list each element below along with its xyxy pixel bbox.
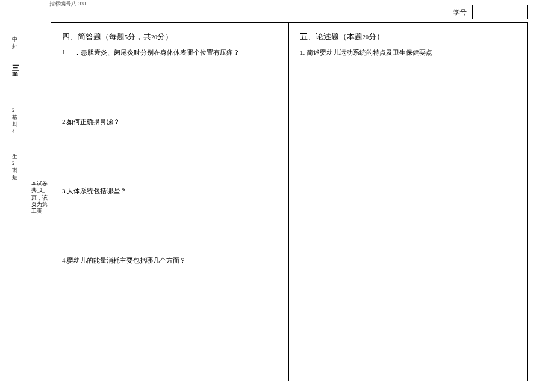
question-4-3: 3.人体系统包括哪些？ bbox=[62, 187, 279, 196]
lm-char: 魅 bbox=[12, 175, 24, 182]
page-note-pre: 共 bbox=[31, 187, 37, 193]
question-5-1: 1. 简述婴幼儿运动系统的特点及卫生保健要点 bbox=[300, 48, 517, 57]
student-id-box: 学号 bbox=[447, 5, 528, 19]
question-4-4: 4.婴幼儿的能量消耗主要包括哪几个方面？ bbox=[62, 256, 279, 265]
page-note-num: _2_ bbox=[37, 187, 45, 193]
lm-char: 卦 bbox=[12, 43, 24, 51]
lm-char: 慕 bbox=[12, 114, 24, 122]
q-text: 4.婴幼儿的能量消耗主要包括哪几个方面？ bbox=[62, 256, 186, 265]
q-text: ．患胆囊炎、阑尾炎时分别在身体体表哪个位置有压痛？ bbox=[74, 48, 240, 57]
sec4-end: 分） bbox=[157, 32, 173, 41]
q-text: 1. 简述婴幼儿运动系统的特点及卫生保健要点 bbox=[300, 48, 432, 57]
sec4-mid: 分，共 bbox=[128, 32, 151, 41]
lm-block-3: ― 2 慕 划 4 bbox=[12, 100, 24, 135]
section-5-title: 五、论述题（本题20分） bbox=[300, 31, 517, 42]
sec5-title-text: 五、论述题（本题 bbox=[300, 32, 363, 41]
lm-char: 2 bbox=[12, 160, 24, 167]
sec4-title-text: 四、简答题（每题 bbox=[62, 32, 125, 41]
column-right: 五、论述题（本题20分） 1. 简述婴幼儿运动系统的特点及卫生保健要点 bbox=[289, 23, 527, 381]
page-note: 本试卷 共_2_ 页，该 页为第 工页 bbox=[31, 181, 48, 214]
lm-char: 划 bbox=[12, 121, 24, 128]
q-text: 3.人体系统包括哪些？ bbox=[62, 187, 126, 196]
lm-block-bars: 三 m bbox=[12, 66, 24, 76]
student-id-value[interactable] bbox=[473, 5, 527, 19]
question-4-2: 2.如何正确擤鼻涕？ bbox=[62, 117, 279, 126]
q-text: 2.如何正确擤鼻涕？ bbox=[62, 117, 120, 126]
sec4-total: 20 bbox=[151, 34, 157, 40]
student-id-label: 学号 bbox=[447, 5, 473, 19]
sec5-end: 分） bbox=[369, 32, 384, 41]
section-4-title: 四、简答题（每题5分，共20分） bbox=[62, 31, 279, 42]
page-note-line: 页为第 bbox=[31, 201, 48, 207]
q-number: 1 bbox=[62, 48, 66, 57]
lm-char: 2 bbox=[12, 107, 24, 114]
lm-block-1: 中 卦 bbox=[12, 36, 24, 50]
page-note-line: 工页 bbox=[31, 208, 42, 214]
lm-char: ― bbox=[12, 100, 24, 107]
question-4-1: 1 ．患胆囊炎、阑尾炎时分别在身体体表哪个位置有压痛？ bbox=[62, 48, 279, 57]
top-code: 指标编号八‐331 bbox=[49, 0, 87, 8]
page-note-line: 本试卷 bbox=[31, 181, 48, 187]
left-margin-annotations: 中 卦 三 m ― 2 慕 划 4 生 2 琪 魅 bbox=[12, 36, 24, 197]
page-note-line: 页，该 bbox=[31, 194, 48, 201]
lm-char: 中 bbox=[12, 36, 24, 43]
main-frame: 四、简答题（每题5分，共20分） 1 ．患胆囊炎、阑尾炎时分别在身体体表哪个位置… bbox=[51, 22, 528, 381]
lm-char: 琪 bbox=[12, 167, 24, 175]
sec5-total: 20 bbox=[363, 34, 369, 40]
column-left: 四、简答题（每题5分，共20分） 1 ．患胆囊炎、阑尾炎时分别在身体体表哪个位置… bbox=[51, 23, 289, 381]
page-note-line: 共_2_ bbox=[31, 187, 45, 193]
lm-char: 生 bbox=[12, 154, 24, 161]
lm-block-4: 生 2 琪 魅 bbox=[12, 154, 24, 182]
lm-char: 4 bbox=[12, 128, 24, 135]
